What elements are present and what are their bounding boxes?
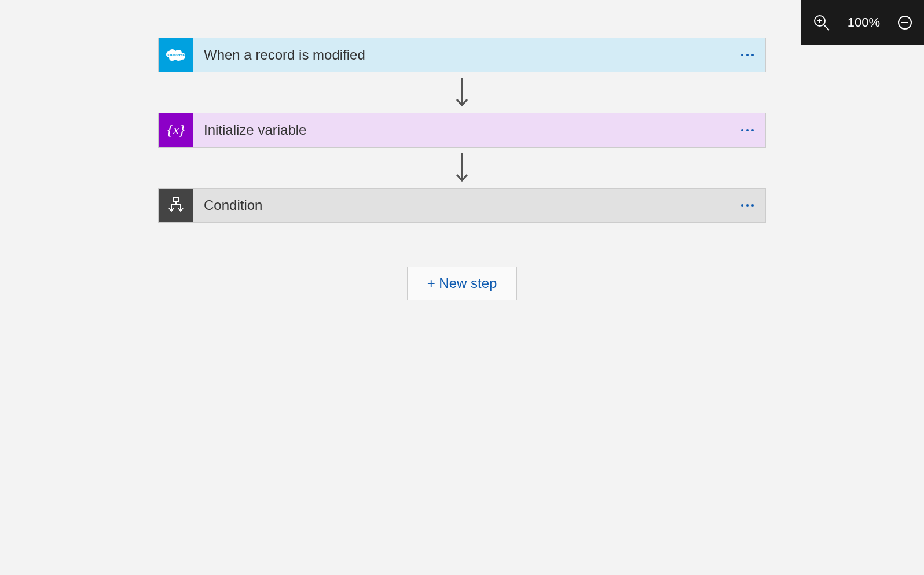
zoom-level-label: 100% — [848, 15, 880, 30]
flow-arrow — [453, 148, 471, 188]
zoom-toolbar: 100% — [801, 0, 924, 45]
flow-designer: salesforce When a record is modified {x}… — [158, 0, 766, 300]
zoom-out-icon[interactable] — [897, 15, 912, 30]
svg-line-1 — [824, 25, 829, 30]
variable-icon: {x} — [159, 113, 193, 147]
initialize-variable-step[interactable]: {x} Initialize variable — [158, 113, 766, 148]
step-menu-button[interactable] — [729, 129, 765, 131]
svg-rect-10 — [173, 198, 179, 202]
zoom-in-icon[interactable] — [813, 14, 830, 31]
step-title: Condition — [193, 197, 729, 213]
trigger-step[interactable]: salesforce When a record is modified — [158, 38, 766, 72]
step-menu-button[interactable] — [729, 204, 765, 207]
step-menu-button[interactable] — [729, 54, 765, 56]
condition-step[interactable]: Condition — [158, 188, 766, 223]
step-title: When a record is modified — [193, 47, 729, 63]
svg-text:{x}: {x} — [167, 122, 185, 137]
salesforce-icon: salesforce — [159, 38, 193, 72]
flow-arrow — [453, 72, 471, 113]
new-step-button[interactable]: + New step — [407, 267, 518, 300]
svg-text:salesforce: salesforce — [167, 53, 185, 57]
condition-icon — [159, 189, 193, 222]
step-title: Initialize variable — [193, 122, 729, 138]
